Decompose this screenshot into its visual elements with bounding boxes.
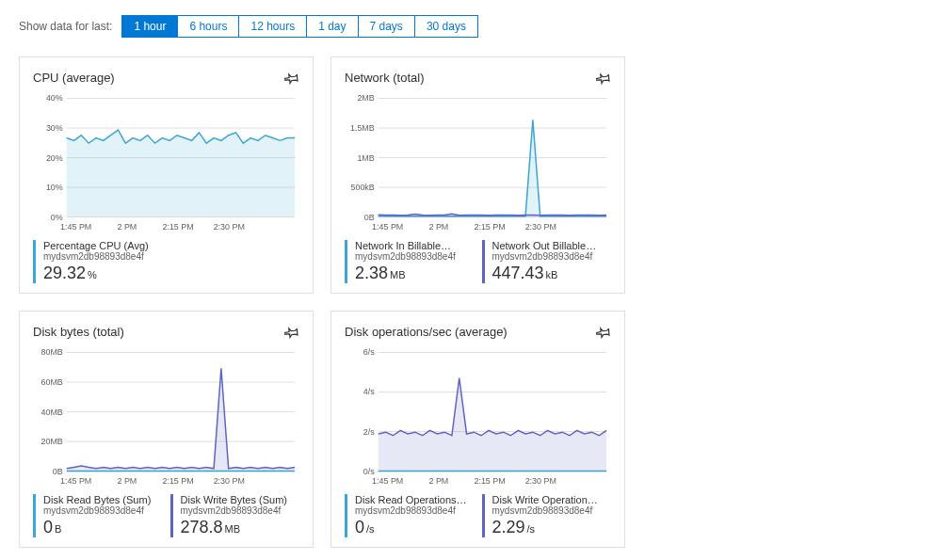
- svg-text:2 PM: 2 PM: [117, 223, 137, 232]
- svg-text:1:45 PM: 1:45 PM: [372, 477, 403, 487]
- svg-text:1MB: 1MB: [357, 153, 374, 163]
- chart-plot[interactable]: 0/s2/s4/s6/s1:45 PM2 PM2:15 PM2:30 PM: [345, 347, 611, 488]
- svg-text:2:15 PM: 2:15 PM: [162, 223, 193, 232]
- legend-series-name: Disk Read Bytes (Sum): [43, 494, 163, 505]
- pin-icon[interactable]: [596, 325, 611, 340]
- legend-resource-name: mydsvm2db98893d8e4f: [492, 505, 612, 516]
- metric-card: Network (total) 0B500kB1MB1.5MB2MB1:45 P…: [330, 56, 625, 294]
- svg-text:2/s: 2/s: [363, 427, 375, 437]
- svg-text:2:15 PM: 2:15 PM: [474, 223, 505, 232]
- svg-text:4/s: 4/s: [363, 388, 375, 397]
- svg-text:1:45 PM: 1:45 PM: [60, 477, 91, 487]
- metrics-card-grid: CPU (average) 0%10%20%30%40%1:45 PM2 PM2…: [19, 56, 932, 548]
- svg-text:1:45 PM: 1:45 PM: [372, 223, 403, 232]
- chart-legend: Network In Billable… mydsvm2db98893d8e4f…: [345, 240, 611, 283]
- svg-text:40%: 40%: [46, 93, 63, 103]
- legend-series-name: Disk Read Operations…: [355, 494, 475, 505]
- legend-series-name: Disk Write Bytes (Sum): [181, 494, 300, 505]
- chart-plot[interactable]: 0B20MB40MB60MB80MB1:45 PM2 PM2:15 PM2:30…: [33, 347, 299, 488]
- svg-text:2MB: 2MB: [357, 93, 374, 103]
- svg-text:20MB: 20MB: [40, 437, 62, 446]
- chart-legend: Disk Read Operations… mydsvm2db98893d8e4…: [345, 494, 611, 537]
- svg-text:80MB: 80MB: [40, 347, 62, 357]
- legend-value: 447.43kB: [492, 264, 612, 283]
- legend-value: 0B: [43, 518, 163, 537]
- svg-text:10%: 10%: [46, 183, 63, 192]
- svg-text:2:30 PM: 2:30 PM: [525, 223, 556, 232]
- legend-value: 278.8MB: [181, 518, 300, 537]
- metric-card: Disk operations/sec (average) 0/s2/s4/s6…: [330, 311, 625, 548]
- legend-series-name: Network In Billable…: [355, 240, 475, 251]
- legend-series-name: Disk Write Operation…: [492, 494, 612, 505]
- pin-icon[interactable]: [284, 71, 299, 86]
- legend-resource-name: mydsvm2db98893d8e4f: [43, 505, 163, 516]
- legend-item: Network Out Billable… mydsvm2db98893d8e4…: [482, 240, 612, 283]
- chart-legend: Percentage CPU (Avg) mydsvm2db98893d8e4f…: [33, 240, 299, 283]
- legend-resource-name: mydsvm2db98893d8e4f: [43, 251, 299, 262]
- legend-value: 2.29/s: [492, 518, 612, 537]
- legend-resource-name: mydsvm2db98893d8e4f: [492, 251, 612, 262]
- card-title: Disk operations/sec (average): [345, 325, 508, 339]
- metric-card: Disk bytes (total) 0B20MB40MB60MB80MB1:4…: [19, 311, 314, 548]
- svg-text:6/s: 6/s: [363, 347, 375, 357]
- legend-value: 29.32%: [43, 264, 299, 283]
- legend-series-name: Network Out Billable…: [492, 240, 612, 251]
- legend-resource-name: mydsvm2db98893d8e4f: [181, 505, 300, 516]
- legend-item: Percentage CPU (Avg) mydsvm2db98893d8e4f…: [33, 240, 299, 283]
- chart-legend: Disk Read Bytes (Sum) mydsvm2db98893d8e4…: [33, 494, 299, 537]
- time-tab-7-days[interactable]: 7 days: [359, 15, 415, 38]
- card-title: Disk bytes (total): [33, 325, 124, 339]
- legend-value: 2.38MB: [355, 264, 475, 283]
- time-tab-1-day[interactable]: 1 day: [307, 15, 358, 38]
- chart-plot[interactable]: 0B500kB1MB1.5MB2MB1:45 PM2 PM2:15 PM2:30…: [345, 93, 611, 234]
- svg-text:1.5MB: 1.5MB: [350, 123, 375, 133]
- pin-icon[interactable]: [284, 325, 299, 340]
- svg-text:2 PM: 2 PM: [117, 477, 137, 487]
- svg-text:0%: 0%: [51, 213, 63, 222]
- time-range-selector: Show data for last: 1 hour6 hours12 hour…: [19, 15, 932, 38]
- legend-item: Disk Read Bytes (Sum) mydsvm2db98893d8e4…: [33, 494, 163, 537]
- card-title: CPU (average): [33, 71, 115, 85]
- svg-text:0B: 0B: [53, 467, 63, 476]
- time-tab-6-hours[interactable]: 6 hours: [178, 15, 239, 38]
- legend-resource-name: mydsvm2db98893d8e4f: [355, 505, 475, 516]
- legend-resource-name: mydsvm2db98893d8e4f: [355, 251, 475, 262]
- chart-plot[interactable]: 0%10%20%30%40%1:45 PM2 PM2:15 PM2:30 PM: [33, 93, 299, 234]
- svg-text:2 PM: 2 PM: [428, 477, 448, 487]
- svg-text:40MB: 40MB: [40, 408, 62, 417]
- time-range-tabs: 1 hour6 hours12 hours1 day7 days30 days: [121, 15, 478, 38]
- time-tab-30-days[interactable]: 30 days: [415, 15, 478, 38]
- svg-text:20%: 20%: [46, 153, 63, 163]
- legend-series-name: Percentage CPU (Avg): [43, 240, 299, 251]
- time-tab-12-hours[interactable]: 12 hours: [239, 15, 307, 38]
- time-tab-1-hour[interactable]: 1 hour: [121, 15, 178, 38]
- svg-text:0/s: 0/s: [363, 467, 375, 476]
- legend-value: 0/s: [355, 518, 475, 537]
- svg-text:60MB: 60MB: [40, 377, 62, 387]
- svg-text:2:30 PM: 2:30 PM: [214, 223, 245, 232]
- svg-text:0B: 0B: [364, 213, 375, 222]
- card-title: Network (total): [345, 71, 425, 85]
- legend-item: Disk Read Operations… mydsvm2db98893d8e4…: [345, 494, 475, 537]
- svg-text:30%: 30%: [46, 123, 63, 133]
- legend-item: Disk Write Bytes (Sum) mydsvm2db98893d8e…: [170, 494, 300, 537]
- svg-text:1:45 PM: 1:45 PM: [60, 223, 91, 232]
- svg-text:500kB: 500kB: [350, 183, 374, 192]
- svg-text:2:15 PM: 2:15 PM: [162, 477, 193, 487]
- svg-text:2:30 PM: 2:30 PM: [525, 477, 556, 487]
- time-range-label: Show data for last:: [19, 20, 112, 33]
- legend-item: Disk Write Operation… mydsvm2db98893d8e4…: [482, 494, 612, 537]
- pin-icon[interactable]: [596, 71, 611, 86]
- svg-text:2 PM: 2 PM: [428, 223, 448, 232]
- legend-item: Network In Billable… mydsvm2db98893d8e4f…: [345, 240, 475, 283]
- metric-card: CPU (average) 0%10%20%30%40%1:45 PM2 PM2…: [19, 56, 314, 294]
- svg-text:2:30 PM: 2:30 PM: [214, 477, 245, 487]
- svg-text:2:15 PM: 2:15 PM: [474, 477, 505, 487]
